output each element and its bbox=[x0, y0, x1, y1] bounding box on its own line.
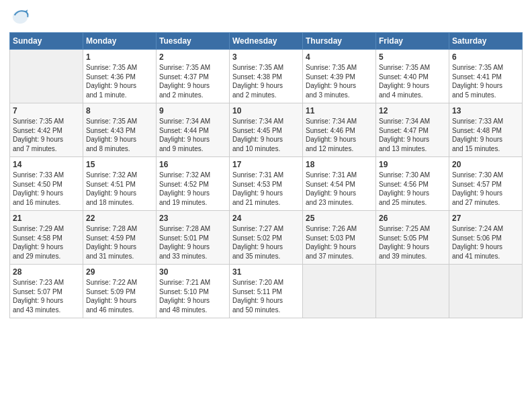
calendar-cell: 7Sunrise: 7:35 AM Sunset: 4:42 PM Daylig… bbox=[10, 103, 83, 157]
day-number: 17 bbox=[232, 160, 300, 169]
day-number: 2 bbox=[159, 52, 226, 62]
header-thursday: Thursday bbox=[303, 33, 376, 50]
day-info: Sunrise: 7:28 AM Sunset: 4:59 PM Dayligh… bbox=[86, 224, 153, 261]
day-info: Sunrise: 7:35 AM Sunset: 4:42 PM Dayligh… bbox=[13, 117, 80, 153]
day-number: 14 bbox=[13, 160, 80, 169]
header-sunday: Sunday bbox=[10, 33, 83, 50]
day-number: 4 bbox=[306, 52, 373, 62]
day-info: Sunrise: 7:33 AM Sunset: 4:48 PM Dayligh… bbox=[452, 117, 519, 153]
week-row-0: 1Sunrise: 7:35 AM Sunset: 4:36 PM Daylig… bbox=[10, 50, 523, 103]
calendar-cell: 10Sunrise: 7:34 AM Sunset: 4:45 PM Dayli… bbox=[230, 103, 303, 157]
day-info: Sunrise: 7:35 AM Sunset: 4:37 PM Dayligh… bbox=[159, 63, 226, 99]
week-row-4: 28Sunrise: 7:23 AM Sunset: 5:07 PM Dayli… bbox=[10, 265, 523, 318]
calendar-cell: 17Sunrise: 7:31 AM Sunset: 4:53 PM Dayli… bbox=[230, 157, 303, 211]
calendar-cell: 28Sunrise: 7:23 AM Sunset: 5:07 PM Dayli… bbox=[10, 265, 83, 318]
day-info: Sunrise: 7:23 AM Sunset: 5:07 PM Dayligh… bbox=[13, 278, 80, 314]
header-wednesday: Wednesday bbox=[230, 33, 303, 50]
header-saturday: Saturday bbox=[449, 33, 523, 50]
calendar-header-row: SundayMondayTuesdayWednesdayThursdayFrid… bbox=[10, 33, 523, 50]
page-container: SundayMondayTuesdayWednesdayThursdayFrid… bbox=[0, 0, 532, 324]
day-number: 16 bbox=[159, 160, 226, 169]
day-info: Sunrise: 7:32 AM Sunset: 4:51 PM Dayligh… bbox=[86, 171, 153, 207]
day-number: 9 bbox=[159, 106, 226, 116]
day-info: Sunrise: 7:20 AM Sunset: 5:11 PM Dayligh… bbox=[232, 278, 300, 314]
day-info: Sunrise: 7:35 AM Sunset: 4:40 PM Dayligh… bbox=[379, 63, 446, 99]
calendar-cell: 6Sunrise: 7:35 AM Sunset: 4:41 PM Daylig… bbox=[449, 50, 523, 103]
day-number: 11 bbox=[306, 106, 373, 116]
day-info: Sunrise: 7:24 AM Sunset: 5:06 PM Dayligh… bbox=[452, 224, 519, 261]
day-info: Sunrise: 7:35 AM Sunset: 4:36 PM Dayligh… bbox=[86, 63, 153, 99]
header-tuesday: Tuesday bbox=[157, 33, 230, 50]
calendar-table: SundayMondayTuesdayWednesdayThursdayFrid… bbox=[9, 32, 523, 318]
header-friday: Friday bbox=[376, 33, 449, 50]
calendar-cell: 25Sunrise: 7:26 AM Sunset: 5:03 PM Dayli… bbox=[303, 211, 376, 265]
day-info: Sunrise: 7:26 AM Sunset: 5:03 PM Dayligh… bbox=[306, 224, 373, 261]
calendar-cell: 27Sunrise: 7:24 AM Sunset: 5:06 PM Dayli… bbox=[449, 211, 523, 265]
day-info: Sunrise: 7:32 AM Sunset: 4:52 PM Dayligh… bbox=[159, 171, 226, 207]
day-info: Sunrise: 7:31 AM Sunset: 4:54 PM Dayligh… bbox=[306, 171, 373, 207]
calendar-cell: 1Sunrise: 7:35 AM Sunset: 4:36 PM Daylig… bbox=[83, 50, 157, 103]
calendar-cell: 15Sunrise: 7:32 AM Sunset: 4:51 PM Dayli… bbox=[83, 157, 157, 211]
day-number: 30 bbox=[159, 267, 226, 277]
header bbox=[9, 7, 523, 28]
day-number: 15 bbox=[86, 160, 153, 169]
calendar-cell: 22Sunrise: 7:28 AM Sunset: 4:59 PM Dayli… bbox=[83, 211, 157, 265]
day-number: 19 bbox=[379, 160, 446, 169]
day-number: 10 bbox=[232, 106, 300, 116]
calendar-cell: 3Sunrise: 7:35 AM Sunset: 4:38 PM Daylig… bbox=[230, 50, 303, 103]
calendar-cell: 11Sunrise: 7:34 AM Sunset: 4:46 PM Dayli… bbox=[303, 103, 376, 157]
calendar-cell: 2Sunrise: 7:35 AM Sunset: 4:37 PM Daylig… bbox=[157, 50, 230, 103]
calendar-cell: 5Sunrise: 7:35 AM Sunset: 4:40 PM Daylig… bbox=[376, 50, 449, 103]
calendar-cell: 14Sunrise: 7:33 AM Sunset: 4:50 PM Dayli… bbox=[10, 157, 83, 211]
calendar-cell: 20Sunrise: 7:30 AM Sunset: 4:57 PM Dayli… bbox=[449, 157, 523, 211]
calendar-cell bbox=[376, 265, 449, 318]
day-number: 6 bbox=[452, 52, 519, 62]
day-number: 1 bbox=[86, 52, 153, 62]
day-info: Sunrise: 7:34 AM Sunset: 4:44 PM Dayligh… bbox=[159, 117, 226, 153]
day-number: 13 bbox=[452, 106, 519, 116]
calendar-cell bbox=[10, 50, 83, 103]
calendar-cell: 4Sunrise: 7:35 AM Sunset: 4:39 PM Daylig… bbox=[303, 50, 376, 103]
calendar-cell: 30Sunrise: 7:21 AM Sunset: 5:10 PM Dayli… bbox=[157, 265, 230, 318]
day-info: Sunrise: 7:35 AM Sunset: 4:41 PM Dayligh… bbox=[452, 63, 519, 99]
day-info: Sunrise: 7:34 AM Sunset: 4:45 PM Dayligh… bbox=[232, 117, 300, 153]
calendar-cell: 18Sunrise: 7:31 AM Sunset: 4:54 PM Dayli… bbox=[303, 157, 376, 211]
day-number: 22 bbox=[86, 214, 153, 223]
day-info: Sunrise: 7:25 AM Sunset: 5:05 PM Dayligh… bbox=[379, 224, 446, 261]
calendar-cell: 23Sunrise: 7:28 AM Sunset: 5:01 PM Dayli… bbox=[157, 211, 230, 265]
calendar-cell: 24Sunrise: 7:27 AM Sunset: 5:02 PM Dayli… bbox=[230, 211, 303, 265]
header-monday: Monday bbox=[83, 33, 157, 50]
calendar-cell: 8Sunrise: 7:35 AM Sunset: 4:43 PM Daylig… bbox=[83, 103, 157, 157]
day-number: 20 bbox=[452, 160, 519, 169]
day-number: 27 bbox=[452, 214, 519, 223]
day-info: Sunrise: 7:31 AM Sunset: 4:53 PM Dayligh… bbox=[232, 171, 300, 207]
calendar-cell bbox=[449, 265, 523, 318]
calendar-cell: 12Sunrise: 7:34 AM Sunset: 4:47 PM Dayli… bbox=[376, 103, 449, 157]
day-number: 26 bbox=[379, 214, 446, 223]
calendar-cell: 13Sunrise: 7:33 AM Sunset: 4:48 PM Dayli… bbox=[449, 103, 523, 157]
day-number: 21 bbox=[13, 214, 80, 223]
day-info: Sunrise: 7:22 AM Sunset: 5:09 PM Dayligh… bbox=[86, 278, 153, 314]
week-row-1: 7Sunrise: 7:35 AM Sunset: 4:42 PM Daylig… bbox=[10, 103, 523, 157]
day-number: 8 bbox=[86, 106, 153, 116]
day-number: 3 bbox=[232, 52, 300, 62]
week-row-3: 21Sunrise: 7:29 AM Sunset: 4:58 PM Dayli… bbox=[10, 211, 523, 265]
day-info: Sunrise: 7:34 AM Sunset: 4:46 PM Dayligh… bbox=[306, 117, 373, 153]
calendar-cell: 31Sunrise: 7:20 AM Sunset: 5:11 PM Dayli… bbox=[230, 265, 303, 318]
week-row-2: 14Sunrise: 7:33 AM Sunset: 4:50 PM Dayli… bbox=[10, 157, 523, 211]
day-info: Sunrise: 7:35 AM Sunset: 4:39 PM Dayligh… bbox=[306, 63, 373, 99]
day-info: Sunrise: 7:27 AM Sunset: 5:02 PM Dayligh… bbox=[232, 224, 300, 261]
day-info: Sunrise: 7:21 AM Sunset: 5:10 PM Dayligh… bbox=[159, 278, 226, 314]
day-info: Sunrise: 7:30 AM Sunset: 4:56 PM Dayligh… bbox=[379, 171, 446, 207]
day-info: Sunrise: 7:33 AM Sunset: 4:50 PM Dayligh… bbox=[13, 171, 80, 207]
calendar-cell: 21Sunrise: 7:29 AM Sunset: 4:58 PM Dayli… bbox=[10, 211, 83, 265]
day-info: Sunrise: 7:34 AM Sunset: 4:47 PM Dayligh… bbox=[379, 117, 446, 153]
day-info: Sunrise: 7:35 AM Sunset: 4:38 PM Dayligh… bbox=[232, 63, 300, 99]
day-number: 31 bbox=[232, 267, 300, 277]
day-number: 24 bbox=[232, 214, 300, 223]
day-info: Sunrise: 7:30 AM Sunset: 4:57 PM Dayligh… bbox=[452, 171, 519, 207]
day-info: Sunrise: 7:29 AM Sunset: 4:58 PM Dayligh… bbox=[13, 224, 80, 261]
day-info: Sunrise: 7:35 AM Sunset: 4:43 PM Dayligh… bbox=[86, 117, 153, 153]
day-number: 23 bbox=[159, 214, 226, 223]
day-number: 18 bbox=[306, 160, 373, 169]
